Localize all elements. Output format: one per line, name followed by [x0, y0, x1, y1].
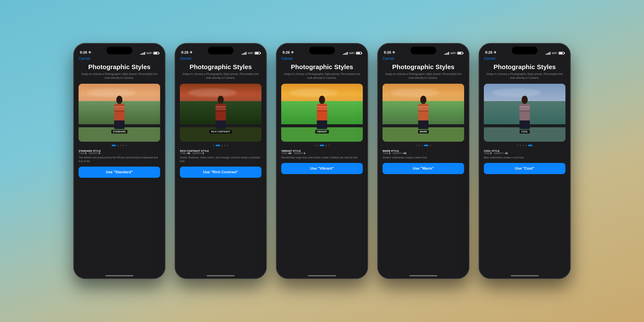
style-description: Wonderfully bright and vivid colors crea…	[281, 156, 363, 160]
dot-0	[517, 145, 518, 146]
page-title: Photographic Styles	[180, 63, 262, 70]
status-icons: WiFi	[242, 52, 260, 55]
tone-value: 0	[85, 152, 86, 154]
tone-value: +50	[288, 152, 291, 154]
cancel-button[interactable]: Cancel	[484, 56, 566, 61]
photo-ground	[281, 127, 363, 142]
signal-bar-1	[546, 54, 546, 55]
signal-bar-3	[346, 52, 346, 55]
signal-bar-3	[447, 52, 448, 55]
style-description: Golden undertones create a warm look.	[382, 156, 464, 160]
photo-container: STANDARD	[78, 84, 160, 142]
style-name: STANDARD STYLE	[78, 150, 160, 152]
warmth-value: 0	[99, 152, 100, 154]
signal-bar-1	[444, 54, 445, 55]
dot-1	[317, 145, 318, 146]
battery-icon	[356, 52, 362, 54]
home-indicator	[207, 275, 235, 276]
use-style-button[interactable]: Use "Warm"	[382, 163, 464, 174]
tone-warmth: TONE −50 WARMTH 0	[180, 152, 262, 154]
phone-screen-vibrant: 9:26 ✈ WiFi Cancel	[276, 44, 368, 278]
signal-bar-2	[243, 53, 244, 55]
page-subtitle: Swipe to choose a Photographic Style pre…	[484, 72, 566, 80]
tone-value: 0	[490, 152, 492, 154]
photo-ground	[78, 127, 160, 142]
photo-ground	[484, 127, 566, 142]
screen-content: Cancel Photographic Styles Swipe to choo…	[74, 56, 165, 182]
use-style-button[interactable]: Use "Cool"	[484, 163, 566, 174]
dot-4	[126, 145, 127, 146]
tone-warmth: TONE 0 WARMTH −50	[484, 152, 566, 154]
warmth-value: 0	[304, 152, 305, 154]
status-time: 9:26 ✈	[384, 50, 395, 55]
battery-fill	[356, 52, 360, 54]
dot-1	[216, 145, 220, 146]
signal-bars-icon	[444, 52, 449, 55]
page-background: 9:26 ✈ WiFi Cancel	[0, 0, 644, 322]
dot-0	[314, 145, 316, 146]
warmth-value: 0	[203, 152, 204, 154]
signal-bar-4	[550, 52, 550, 55]
tone-value: 0	[389, 152, 390, 154]
screen-content: Cancel Photographic Styles Swipe to choo…	[378, 56, 469, 178]
dots-indicator	[180, 145, 262, 146]
tone-warmth: TONE 0 WARMTH +50	[382, 152, 464, 154]
style-badge: WARM	[418, 130, 429, 134]
dot-2	[120, 145, 122, 146]
screen-content: Cancel Photographic Styles Swipe to choo…	[276, 56, 368, 178]
dot-3	[424, 145, 428, 146]
style-description: Darker shadows, richer colors, and stron…	[180, 156, 262, 163]
dot-4	[528, 145, 532, 146]
dot-3	[525, 145, 527, 146]
use-style-button[interactable]: Use "Rich Contrast"	[180, 166, 262, 178]
status-icons: WiFi	[546, 52, 564, 55]
photo-container: RICH CONTRAST	[180, 84, 262, 142]
dot-4	[430, 145, 431, 146]
signal-bar-2	[446, 53, 446, 55]
style-badge: VIBRANT	[315, 130, 329, 134]
dot-2	[221, 145, 223, 146]
tone-warmth: TONE +50 WARMTH 0	[281, 152, 363, 154]
dot-3	[326, 145, 327, 146]
cancel-button[interactable]: Cancel	[382, 56, 464, 61]
dot-1	[117, 145, 119, 146]
dot-0	[213, 145, 214, 146]
dynamic-island	[512, 46, 538, 54]
style-info: VIBRANT STYLE TONE +50 WARMTH 0 Wonderfu…	[281, 150, 363, 160]
style-name: COOL STYLE	[484, 150, 566, 152]
screen-content: Cancel Photographic Styles Swipe to choo…	[479, 56, 570, 178]
style-badge: COOL	[520, 130, 530, 134]
person	[518, 96, 531, 129]
use-style-button[interactable]: Use "Standard"	[78, 166, 160, 178]
signal-bar-3	[548, 52, 549, 55]
use-style-button[interactable]: Use "Vibrant"	[281, 163, 363, 174]
dot-2	[522, 145, 524, 146]
signal-bars-icon	[242, 52, 246, 55]
cancel-button[interactable]: Cancel	[180, 56, 262, 61]
warmth-value: −50	[504, 152, 508, 154]
home-indicator	[511, 275, 538, 276]
dot-2	[421, 145, 423, 146]
phone-cool: 9:26 ✈ WiFi Cancel	[478, 43, 571, 279]
photo-container: COOL	[484, 84, 566, 142]
person	[417, 96, 430, 129]
dynamic-island	[410, 46, 436, 54]
phone-vibrant: 9:26 ✈ WiFi Cancel	[276, 43, 368, 279]
home-indicator	[308, 275, 336, 276]
phone-warm: 9:26 ✈ WiFi Cancel	[377, 43, 470, 279]
cancel-button[interactable]: Cancel	[281, 56, 363, 61]
page-title: Photographic Styles	[382, 63, 464, 70]
phone-screen-warm: 9:26 ✈ WiFi Cancel	[378, 44, 469, 278]
dot-1	[520, 145, 521, 146]
phones-container: 9:26 ✈ WiFi Cancel	[73, 43, 571, 279]
cancel-button[interactable]: Cancel	[78, 56, 160, 61]
warmth-value: +50	[403, 152, 406, 154]
battery-icon	[558, 52, 564, 54]
dot-0	[112, 145, 116, 146]
style-name: RICH CONTRAST STYLE	[180, 150, 262, 152]
phone-screen-cool: 9:26 ✈ WiFi Cancel	[479, 44, 570, 278]
signal-bars-icon	[546, 52, 550, 55]
wifi-icon: WiFi	[248, 52, 253, 55]
battery-fill	[154, 52, 157, 54]
dot-4	[328, 145, 330, 146]
